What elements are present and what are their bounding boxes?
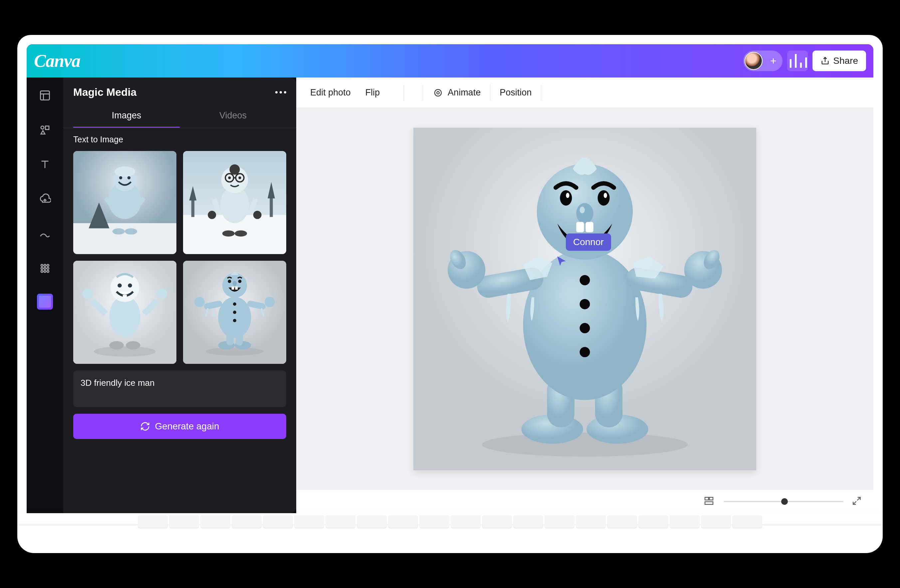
animate-button[interactable]: Animate	[425, 84, 488, 102]
info-icon[interactable]	[387, 87, 402, 99]
svg-point-7	[44, 268, 46, 269]
svg-point-56	[126, 341, 140, 350]
nav-rail	[26, 77, 63, 513]
share-button-label: Share	[833, 56, 858, 66]
animate-icon	[432, 87, 444, 99]
transparency-icon[interactable]	[543, 87, 558, 99]
svg-point-1	[41, 126, 44, 129]
svg-point-53	[128, 283, 132, 287]
insights-button[interactable]	[787, 51, 808, 71]
artboard[interactable]	[413, 128, 756, 470]
svg-point-17	[115, 167, 135, 177]
svg-rect-119	[705, 497, 709, 500]
fullscreen-icon[interactable]	[851, 495, 863, 508]
svg-rect-117	[586, 222, 593, 232]
footer-bar	[296, 490, 874, 513]
laptop-base	[17, 513, 883, 553]
result-thumb-1[interactable]	[73, 151, 176, 254]
svg-point-115	[604, 193, 607, 198]
svg-point-36	[228, 176, 231, 179]
svg-point-41	[253, 211, 262, 219]
paint-roller-icon[interactable]	[573, 87, 587, 99]
svg-rect-75	[227, 333, 234, 345]
svg-rect-121	[705, 502, 713, 504]
share-button[interactable]: Share	[813, 51, 866, 71]
section-label: Text to Image	[73, 135, 286, 144]
magic-media-app-icon[interactable]	[37, 294, 53, 309]
add-collaborator-icon[interactable]: +	[765, 53, 781, 69]
zoom-slider[interactable]	[724, 501, 843, 502]
svg-rect-68	[235, 287, 238, 290]
svg-point-111	[580, 207, 585, 214]
svg-point-102	[580, 347, 590, 357]
svg-point-93	[482, 433, 687, 456]
svg-point-6	[41, 268, 43, 269]
tab-videos[interactable]: Videos	[180, 104, 286, 128]
svg-rect-76	[236, 333, 243, 345]
prompt-input[interactable]: 3D friendly ice man	[73, 370, 286, 407]
svg-point-113	[598, 190, 610, 206]
svg-point-43	[235, 231, 247, 237]
svg-rect-120	[709, 497, 713, 500]
svg-point-9	[41, 271, 43, 272]
flip-button[interactable]: Flip	[358, 84, 388, 102]
svg-point-110	[576, 203, 593, 224]
svg-point-45	[94, 346, 156, 356]
pages-view-icon[interactable]	[704, 495, 715, 508]
collaborator-cursor: Connor	[556, 255, 567, 268]
rotate-icon[interactable]	[558, 87, 573, 99]
laptop-bezel: Canva + Share	[17, 35, 883, 513]
collaborator-name-label: Connor	[566, 234, 611, 251]
svg-point-51	[157, 289, 167, 299]
generate-again-button[interactable]: Generate again	[73, 414, 286, 439]
header-actions: + Share	[743, 51, 866, 71]
brand-logo[interactable]: Canva	[34, 51, 80, 71]
svg-rect-33	[232, 165, 238, 168]
svg-point-78	[435, 90, 441, 96]
svg-point-4	[44, 265, 46, 266]
svg-point-58	[206, 347, 264, 356]
text-icon[interactable]	[36, 155, 54, 174]
magic-media-panel: Magic Media Images Videos Text to Image	[63, 77, 296, 513]
templates-icon[interactable]	[36, 86, 54, 105]
svg-point-55	[110, 341, 124, 350]
svg-point-79	[437, 91, 439, 94]
generate-again-label: Generate again	[155, 421, 219, 432]
edit-photo-button[interactable]: Edit photo	[303, 84, 358, 102]
svg-point-8	[47, 268, 49, 269]
list-icon[interactable]	[406, 87, 421, 99]
panel-more-icon[interactable]	[275, 91, 286, 93]
svg-rect-116	[576, 222, 584, 232]
svg-rect-0	[40, 91, 50, 100]
svg-point-112	[560, 190, 572, 206]
cursor-icon	[556, 255, 567, 267]
result-thumb-4[interactable]	[183, 261, 286, 364]
svg-point-40	[208, 211, 216, 219]
uploads-icon[interactable]	[36, 190, 54, 209]
svg-point-62	[233, 319, 236, 322]
svg-point-23	[127, 176, 130, 179]
position-button[interactable]: Position	[492, 84, 539, 102]
lock-icon[interactable]	[587, 87, 602, 99]
svg-point-64	[233, 281, 237, 286]
svg-point-3	[41, 265, 43, 266]
canvas-area: Connor Edit photo Flip Animate	[296, 77, 874, 513]
result-thumb-2[interactable]	[183, 151, 286, 254]
apps-icon[interactable]	[36, 259, 54, 278]
svg-point-101	[580, 323, 590, 333]
zoom-slider-thumb[interactable]	[781, 498, 788, 505]
panel-tabs: Images Videos	[63, 104, 296, 128]
tab-images[interactable]: Images	[73, 104, 180, 128]
context-toolbar: Edit photo Flip Animate Position	[296, 77, 874, 108]
result-thumb-3[interactable]	[73, 261, 176, 364]
svg-point-21	[125, 229, 137, 235]
canvas-stage[interactable]	[296, 108, 874, 490]
collaborators-button[interactable]: +	[743, 51, 782, 71]
elements-icon[interactable]	[36, 121, 54, 139]
svg-point-37	[238, 176, 241, 179]
avatar	[745, 52, 762, 70]
draw-icon[interactable]	[36, 224, 54, 243]
svg-point-20	[113, 229, 125, 235]
svg-point-22	[119, 176, 122, 179]
svg-point-71	[194, 297, 205, 307]
